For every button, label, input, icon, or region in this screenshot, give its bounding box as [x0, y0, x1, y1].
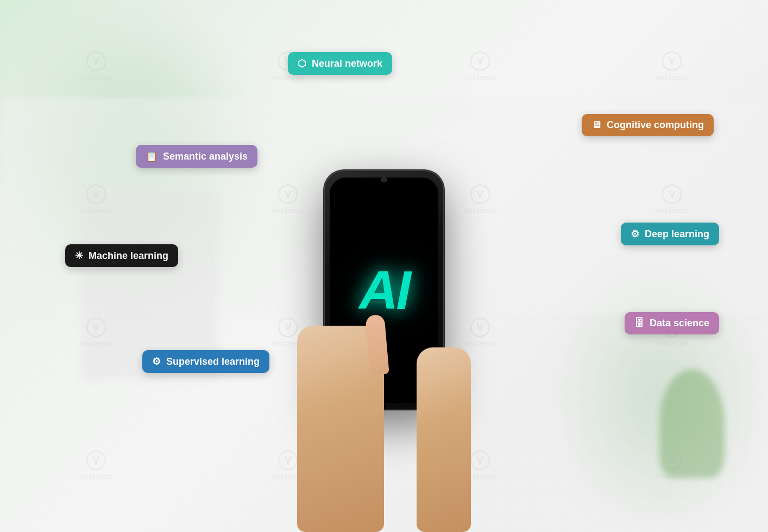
phone-camera — [381, 177, 387, 182]
supervised-learning-icon: ⚙ — [152, 356, 161, 368]
tag-machine-learning: ✳ Machine learning — [65, 244, 178, 267]
deep-learning-icon: ⚙ — [631, 228, 639, 240]
machine-learning-icon: ✳ — [75, 250, 83, 262]
hands-holding-phone — [281, 304, 487, 532]
data-science-icon: 🗄 — [634, 318, 644, 329]
tag-data-science: 🗄 Data science — [625, 312, 719, 334]
semantic-analysis-icon: 📋 — [146, 150, 158, 162]
tag-semantic-analysis: 📋 Semantic analysis — [136, 145, 257, 168]
tag-cognitive-computing: 🖥 Cognitive computing — [582, 114, 714, 136]
tag-deep-learning: ⚙ Deep learning — [621, 223, 719, 245]
tag-neural-network: ⬡ Neural network — [288, 52, 392, 75]
neural-network-icon: ⬡ — [298, 58, 306, 69]
tag-supervised-learning: ⚙ Supervised learning — [142, 350, 269, 373]
cognitive-computing-icon: 🖥 — [591, 119, 601, 131]
